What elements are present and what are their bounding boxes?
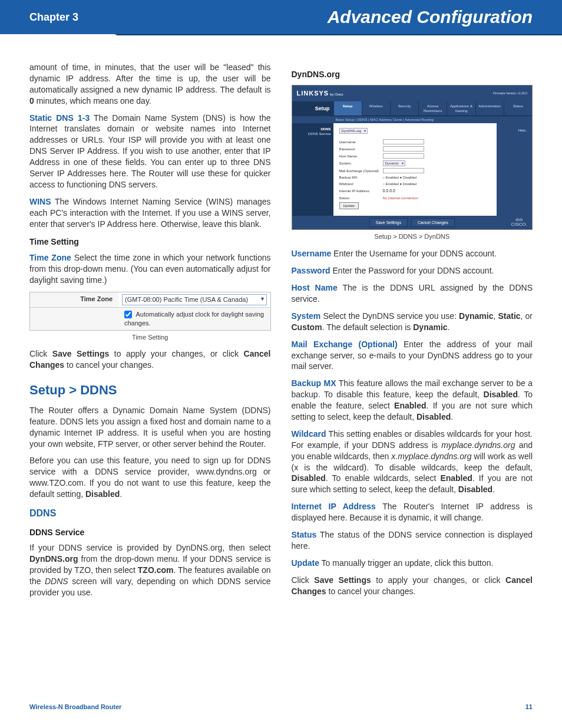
status-value: No Internet connection [383,196,418,200]
firmware-version: Firmware Version: v1.00.0 [493,91,527,95]
ddns-subheading: DDNS [29,507,271,520]
tz-label: Time Zone [30,292,118,307]
system-select[interactable]: Dynamic [383,160,405,166]
tz-dst-label: Automatically adjust clock for daylight … [124,311,264,327]
page-footer: Wireless-N Broadband Router 11 [29,703,533,710]
wildcard-radio[interactable]: ○ Enabled ● Disabled [383,182,417,186]
backup-mx-radio[interactable]: ○ Enabled ● Disabled [383,175,417,180]
ddns-service-paragraph: If your DDNS service is provided by DynD… [29,542,271,598]
nav-section-label: Setup [292,101,333,116]
lease-paragraph: amount of time, in minutes, that the use… [29,62,271,107]
static-dns-paragraph: Static DNS 1-3 The Domain Name System (D… [29,113,271,190]
tab-apps[interactable]: Applications & Gaming [447,101,475,116]
page-header: Chapter 3 Advanced Configuration [0,0,562,35]
hostname-paragraph: Host Name The is the DDNS URL assigned b… [292,282,533,305]
side-ddns: DDNS [295,127,331,131]
wins-paragraph: WINS The Windows Internet Naming Service… [29,196,271,230]
tab-notch [0,34,118,38]
router-fig-caption: Setup > DDNS > DynDNS [292,232,533,241]
update-button[interactable]: Update [339,202,359,209]
tab-wireless[interactable]: Wireless [362,101,390,116]
save-settings-button[interactable]: Save Settings [369,218,408,227]
time-zone-paragraph: Time Zone Select the time zone in which … [29,252,271,286]
tz-select[interactable]: (GMT-08:00) Pacific Time (USA & Canada) [122,294,267,305]
right-column: DynDNS.org LINKSYS by Cisco Firmware Ver… [292,62,533,604]
status-paragraph: Status The status of the DDNS service co… [292,529,533,552]
tz-dst-checkbox[interactable] [124,311,132,318]
tz-caption: Time Setting [29,333,271,342]
internet-ip-paragraph: Internet IP Address The Router's Interne… [292,501,533,523]
ip-value: 0.0.0.0 [383,188,395,193]
chapter-label: Chapter 3 [29,11,78,24]
tab-setup[interactable]: Setup [333,101,362,116]
mail-exchange-paragraph: Mail Exchange (Optional) Enter the addre… [292,339,533,373]
router-screenshot: LINKSYS by Cisco Firmware Version: v1.00… [292,85,533,230]
ddns-service-select[interactable]: DynDNS.org [339,128,368,134]
tab-access[interactable]: Access Restrictions [418,101,447,116]
username-paragraph: Username Enter the Username for your DDN… [292,248,533,259]
product-name: Wireless-N Broadband Router [29,703,121,710]
page-number: 11 [525,703,533,710]
system-paragraph: System Select the DynDNS service you use… [292,311,533,333]
tab-status[interactable]: Status [504,101,532,116]
time-zone-widget: Time Zone (GMT-08:00) Pacific Time (USA … [29,292,271,331]
save-settings-paragraph-2: Click Save Settings to apply your change… [292,575,533,597]
side-ddns-service: DDNS Service [295,131,331,136]
setup-ddns-heading: Setup > DDNS [29,381,271,399]
help-link[interactable]: Help... [518,128,528,133]
mx-input[interactable] [383,168,424,173]
ddns-signup-paragraph: Before you can use this feature, you nee… [29,455,271,500]
subtabs[interactable]: Basic Setup | DDNS | MAC Address Clone |… [292,116,533,123]
save-settings-paragraph: Click Save Settings to apply your change… [29,348,271,371]
brand-logo: LINKSYS [297,90,329,97]
time-setting-heading: Time Setting [29,236,271,248]
password-paragraph: Password Enter the Password for your DDN… [292,265,533,276]
hostname-input[interactable] [383,153,424,159]
cancel-changes-button[interactable]: Cancel Changes [411,218,455,227]
username-input[interactable] [383,139,424,144]
ddns-intro-paragraph: The Router offers a Dynamic Domain Name … [29,405,271,450]
cisco-logo: ılıılıCISCO. [511,218,527,227]
update-paragraph: Update To manually trigger an update, cl… [292,558,533,569]
tab-admin[interactable]: Administration [475,101,504,116]
ddns-service-heading: DDNS Service [29,527,271,538]
wildcard-paragraph: Wildcard This setting enables or disable… [292,429,533,495]
password-input[interactable] [383,146,424,151]
dyndns-heading: DynDNS.org [292,69,533,80]
tab-security[interactable]: Security [390,101,418,116]
page-title: Advanced Configuration [328,7,533,27]
left-column: amount of time, in minutes, that the use… [29,62,271,604]
content: amount of time, in minutes, that the use… [0,35,562,604]
backup-mx-paragraph: Backup MX This feature allows the mail e… [292,378,533,423]
